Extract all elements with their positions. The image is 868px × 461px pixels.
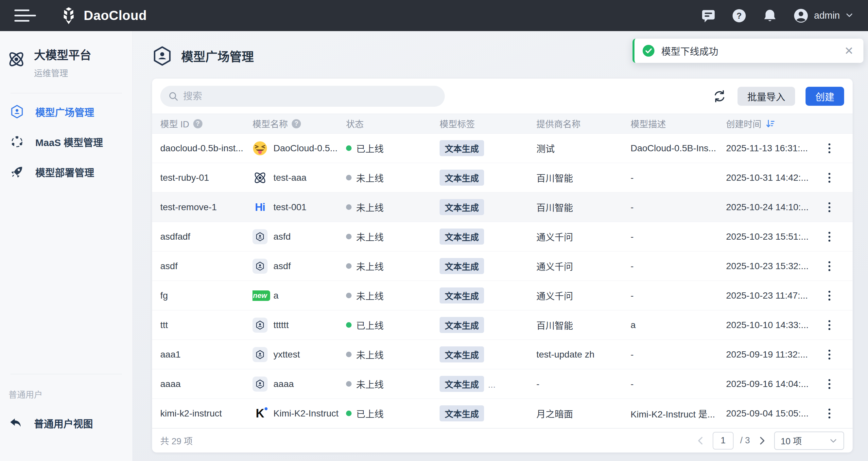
total-count: 共 29 项 [160, 434, 193, 447]
brand-logo[interactable]: DaoCloud [60, 6, 147, 25]
status-text: 未上线 [356, 289, 384, 302]
status-dot [346, 381, 351, 387]
row-menu-kebab-icon[interactable] [821, 229, 838, 245]
cell-provider: - [536, 379, 630, 389]
cell-created-time: 2025-09-16 14:04:... [726, 379, 818, 389]
page-number-input[interactable] [713, 432, 734, 450]
cell-provider: 测试 [536, 142, 630, 155]
notifications-bell-icon[interactable] [762, 8, 777, 23]
table-row: test-ruby-01test-aaa未上线文本生成百川智能-2025-10-… [152, 163, 852, 193]
sidebar-item[interactable]: MaaS 模型管理 [0, 127, 132, 157]
column-label: 创建时间 [726, 117, 762, 130]
cell-status: 未上线 [346, 377, 440, 391]
platform-brand: 大模型平台 运维管理 [0, 31, 132, 79]
model-name-text: Kimi-K2-Instruct [273, 408, 339, 419]
toast-close-icon[interactable]: ✕ [844, 45, 854, 56]
cell-status: 已上线 [346, 319, 440, 332]
username: admin [814, 10, 840, 21]
refresh-icon[interactable] [712, 89, 727, 104]
cell-model-name: asfd [252, 229, 346, 244]
row-menu-kebab-icon[interactable] [821, 317, 838, 333]
cell-model-name: Hitest-001 [252, 200, 346, 215]
model-tag: 文本生成 [440, 287, 484, 304]
sidebar-item[interactable]: 模型部署管理 [0, 157, 132, 187]
sidebar-item[interactable]: 模型广场管理 [0, 96, 132, 127]
cell-model-name: DaoCloud-0.5... [252, 141, 346, 156]
help-icon[interactable]: ? [732, 8, 747, 23]
cell-model-tag: 文本生成 [440, 346, 536, 363]
batch-import-button[interactable]: 批量导入 [738, 87, 795, 106]
cell-created-time: 2025-10-23 15:51:... [726, 231, 818, 242]
back-arrow-icon [8, 416, 23, 430]
model-name-text: asdf [273, 261, 291, 271]
row-menu-kebab-icon[interactable] [821, 258, 838, 275]
cell-model-tag: 文本生成 [440, 317, 536, 333]
cell-model-id: daocloud-0.5b-inst... [160, 143, 252, 153]
next-page-icon[interactable] [756, 435, 768, 446]
row-actions [818, 376, 841, 392]
row-menu-kebab-icon[interactable] [821, 170, 838, 186]
status-text: 未上线 [356, 377, 384, 391]
table-row: asdfasdf未上线文本生成通义千问-2025-10-23 15:32:... [152, 252, 852, 281]
feedback-chat-icon[interactable] [701, 8, 716, 23]
column-label: 提供商名称 [536, 117, 581, 130]
platform-title: 大模型平台 [34, 49, 91, 62]
status-text: 未上线 [356, 260, 384, 273]
help-icon: ? [292, 119, 301, 128]
cell-created-time: 2025-10-23 11:47:... [726, 290, 818, 301]
platform-subtitle: 运维管理 [34, 66, 91, 79]
column-header: 模型 ID? [160, 117, 252, 130]
sidebar-item-user-view[interactable]: 普通用户视图 [0, 408, 132, 438]
search-box [160, 86, 445, 107]
sidebar-item-label: MaaS 模型管理 [35, 135, 103, 149]
model-name-text: asfd [273, 231, 291, 242]
cell-status: 未上线 [346, 348, 440, 361]
cell-description: - [630, 231, 726, 242]
cell-description: - [630, 349, 726, 360]
hamburger-menu-icon[interactable] [14, 9, 36, 22]
cell-model-tag: 文本生成 [440, 258, 536, 274]
column-header: 模型描述 [630, 117, 726, 130]
cell-description: - [630, 261, 726, 271]
new-badge-icon: new [252, 288, 268, 303]
user-menu[interactable]: admin [793, 8, 854, 24]
kimi-logo-icon: K [252, 406, 268, 421]
row-menu-kebab-icon[interactable] [821, 376, 838, 392]
row-menu-kebab-icon[interactable] [821, 405, 838, 422]
search-input[interactable] [183, 91, 437, 102]
column-header: 模型标签 [440, 117, 536, 130]
column-label: 模型描述 [630, 117, 666, 130]
cell-model-id: fg [160, 290, 252, 301]
cell-model-tag: 文本生成 [440, 229, 536, 244]
page-size-select[interactable]: 10 项 [774, 432, 844, 450]
status-dot [346, 145, 351, 151]
row-menu-kebab-icon[interactable] [821, 199, 838, 215]
model-square-icon [10, 105, 24, 119]
table-row: daocloud-0.5b-inst...DaoCloud-0.5...已上线文… [152, 134, 852, 163]
status-text: 未上线 [356, 201, 384, 214]
svg-text:?: ? [737, 11, 742, 20]
status-dot [346, 410, 351, 416]
sort-descending-icon[interactable] [765, 118, 776, 129]
status-dot [346, 293, 351, 298]
default-model-icon [252, 229, 268, 244]
column-header: 模型名称? [252, 117, 346, 130]
row-menu-kebab-icon[interactable] [821, 287, 838, 304]
chevron-down-icon [829, 436, 838, 445]
prev-page-icon[interactable] [695, 435, 706, 446]
sidebar-bottom: 普通用户 普通用户视图 [0, 374, 132, 438]
status-text: 未上线 [356, 230, 384, 243]
cell-created-time: 2025-09-19 11:32:... [726, 349, 818, 360]
default-model-icon [252, 347, 268, 362]
row-menu-kebab-icon[interactable] [821, 140, 838, 156]
model-name-text: a [273, 290, 279, 301]
cell-description: - [630, 202, 726, 212]
default-model-icon [252, 259, 268, 274]
row-menu-kebab-icon[interactable] [821, 346, 838, 363]
column-header: 提供商名称 [536, 117, 630, 130]
maas-icon [10, 135, 24, 149]
create-button[interactable]: 创建 [806, 87, 844, 106]
model-tag: 文本生成 [440, 346, 484, 363]
row-actions [818, 229, 841, 245]
table-row: fgnewa未上线文本生成通义千问-2025-10-23 11:47:... [152, 281, 852, 310]
